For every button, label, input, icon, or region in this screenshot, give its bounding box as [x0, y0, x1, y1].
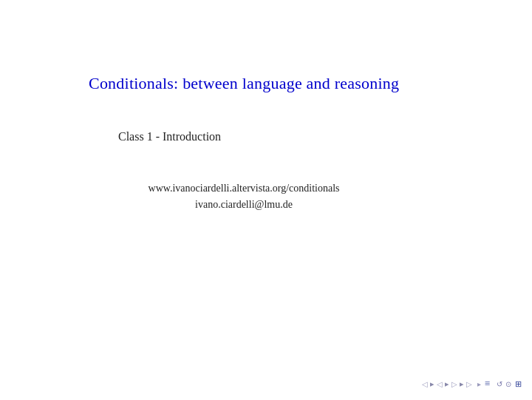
- navigation-bar: ◁ ▸ ◁ ▸ ▷ ▸ ▷ ▸ ≡ ↺ ⊙ ⊞: [422, 378, 522, 390]
- nav-next-frame[interactable]: ▷: [451, 380, 457, 388]
- nav-undo[interactable]: ↺: [497, 380, 503, 388]
- slide-subtitle: Class 1 - Introduction: [118, 130, 221, 143]
- slide-title: Conditionals: between language and reaso…: [89, 74, 399, 93]
- nav-list-icon[interactable]: ≡: [485, 378, 490, 390]
- nav-grid-icon[interactable]: ⊞: [515, 379, 522, 389]
- nav-sep-2: ▸: [445, 379, 449, 389]
- nav-next-section[interactable]: ▷: [466, 380, 472, 388]
- email-address: ivano.ciardelli@lmu.de: [103, 197, 384, 213]
- nav-circle[interactable]: ⊙: [505, 380, 511, 388]
- contact-block: www.ivanociardelli.altervista.org/condit…: [103, 180, 384, 214]
- nav-prev-section[interactable]: ◁: [422, 380, 428, 388]
- website-url: www.ivanociardelli.altervista.org/condit…: [103, 180, 384, 197]
- slide: Conditionals: between language and reaso…: [0, 0, 532, 400]
- nav-sep-3: ▸: [460, 379, 464, 389]
- nav-prev-frame[interactable]: ◁: [437, 380, 443, 388]
- nav-sep-4: ▸: [477, 380, 481, 388]
- nav-sep-1: ▸: [430, 379, 434, 389]
